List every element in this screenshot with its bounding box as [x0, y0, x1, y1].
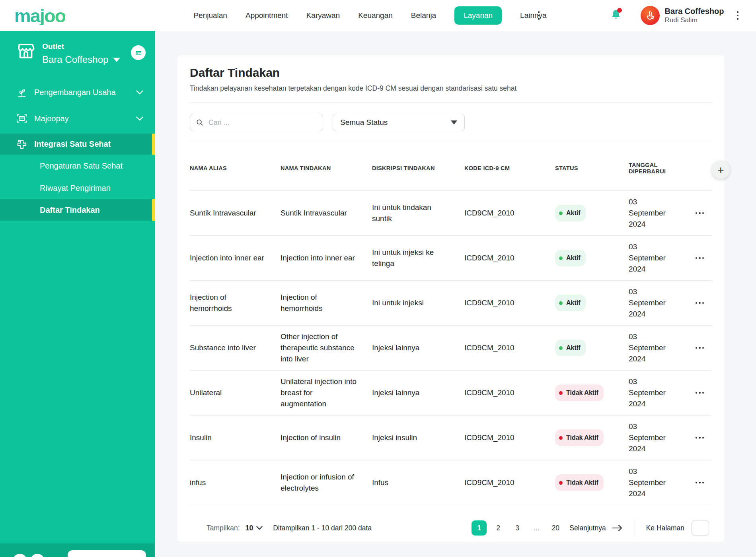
- sidebar-collapse-button[interactable]: [131, 45, 146, 60]
- cell-diskripsi: Injeksi lainnya: [372, 387, 464, 398]
- page-number-button[interactable]: 20: [548, 520, 563, 536]
- cell-nama-tindakan: Injection or infusion of electrolytes: [281, 472, 372, 494]
- sidebar-item-integrasi-satu-sehat[interactable]: Integrasi Satu Sehat: [0, 134, 155, 155]
- status-dot-icon: [559, 301, 563, 305]
- status-filter-dropdown[interactable]: Semua Status: [333, 114, 465, 131]
- cell-tanggal: 03 September 2024: [629, 376, 687, 410]
- user-name: Bara Coffeshop: [665, 6, 724, 16]
- cell-diskripsi: Ini untuk injeksi: [372, 297, 464, 309]
- row-actions-menu-icon[interactable]: [687, 300, 712, 307]
- cell-tanggal: 03 September 2024: [629, 421, 687, 454]
- sidebar-subitem-label: Pengaturan Satu Sehat: [40, 161, 123, 171]
- status-dot-icon: [559, 346, 563, 350]
- table-row: Injection of hemorrhoids Injection of he…: [190, 281, 712, 326]
- status-badge: Tidak Aktif: [555, 474, 604, 491]
- sidebar-subitem-riwayat-pengiriman[interactable]: Riwayat Pengiriman: [0, 177, 155, 199]
- table-column-header: DISKRIPSI TINDAKAN: [372, 165, 464, 171]
- cell-status: Aktif: [555, 295, 629, 311]
- chevron-down-icon: [136, 116, 143, 121]
- coffee-flame-icon: [644, 10, 656, 21]
- status-dot-icon: [559, 391, 563, 395]
- table-row: Unilateral Unilateral injection into bre…: [190, 371, 712, 415]
- cell-tanggal: 03 September 2024: [629, 331, 687, 365]
- page-number-button[interactable]: 1: [472, 520, 487, 536]
- cell-kode-icd: ICD9CM_2010: [464, 297, 555, 309]
- topnav-item[interactable]: Appointment: [246, 11, 288, 20]
- topnav-item[interactable]: Karyawan: [306, 11, 340, 20]
- user-menu-kebab-icon[interactable]: [735, 10, 740, 21]
- collapse-menu-icon: [134, 49, 142, 57]
- cell-diskripsi: Ini untuk injeksi ke telinga: [372, 247, 464, 269]
- cell-nama-tindakan: Other injection of therapeutic substance…: [281, 331, 372, 365]
- cell-tanggal: 03 September 2024: [629, 286, 687, 320]
- avatar[interactable]: [641, 6, 660, 25]
- topnav-item[interactable]: Belanja: [411, 11, 436, 20]
- search-icon: [196, 118, 204, 127]
- sidebar-item-pengembangan-usaha[interactable]: Pengembangan Usaha: [0, 81, 155, 103]
- page-number-button[interactable]: 3: [510, 520, 525, 536]
- table-column-header: KODE ICD-9 CM: [464, 165, 555, 171]
- topnav-item[interactable]: Keuangan: [358, 11, 393, 20]
- row-actions-menu-icon[interactable]: [687, 479, 712, 486]
- next-arrow-icon[interactable]: [612, 523, 624, 533]
- more-nav-kebab-icon[interactable]: [536, 10, 542, 21]
- table-column-header: STATUS: [555, 165, 629, 171]
- topnav-item[interactable]: Lainnya: [520, 11, 547, 20]
- table-row: infus Injection or infusion of electroly…: [190, 460, 712, 505]
- topnav-item[interactable]: Layanan: [454, 6, 502, 25]
- add-column-button[interactable]: +: [712, 161, 730, 179]
- page-size-chevron-icon[interactable]: [256, 526, 263, 530]
- cell-status: Tidak Aktif: [555, 474, 629, 491]
- cell-nama-alias: Substance into liver: [190, 342, 281, 353]
- table-row: Suntik Intravascular Suntik Intravascula…: [190, 191, 712, 236]
- dropdown-caret-icon: [451, 120, 457, 124]
- row-actions-menu-icon[interactable]: [687, 435, 712, 441]
- sidebar-footer-button[interactable]: [68, 550, 146, 557]
- goto-page-label: Ke Halaman: [646, 524, 684, 532]
- main-content-card: Daftar Tindakan Tindakan pelayanan keseh…: [177, 55, 724, 542]
- cell-status: Aktif: [555, 205, 629, 221]
- cell-nama-alias: Unilateral: [190, 387, 281, 398]
- pagination-info: Ditampilkan 1 - 10 dari 200 data: [273, 524, 372, 532]
- goto-page-input[interactable]: [692, 520, 709, 536]
- page-size-value[interactable]: 10: [246, 524, 253, 532]
- cell-status: Tidak Aktif: [555, 429, 629, 446]
- notification-bell-icon[interactable]: [610, 9, 622, 22]
- search-input[interactable]: [208, 118, 317, 127]
- status-badge: Aktif: [555, 250, 586, 266]
- sidebar-item-majoopay[interactable]: Majoopay: [0, 107, 155, 130]
- cell-diskripsi: Injeksi insulin: [372, 432, 464, 443]
- outlet-caret-icon: [113, 58, 120, 62]
- topnav-item[interactable]: Penjualan: [193, 11, 227, 20]
- row-actions-menu-icon[interactable]: [687, 390, 712, 396]
- sidebar-footer-icon-1[interactable]: [13, 554, 27, 557]
- outlet-label: Outlet: [42, 42, 120, 51]
- status-badge: Tidak Aktif: [555, 429, 604, 446]
- cell-tanggal: 03 September 2024: [629, 466, 687, 499]
- row-actions-menu-icon[interactable]: [687, 255, 712, 262]
- topnav-right: Bara Coffeshop Rudi Salim: [610, 6, 740, 25]
- notification-badge: [617, 8, 622, 13]
- cell-diskripsi: Injeksi lainnya: [372, 342, 464, 353]
- table-controls: Semua Status: [190, 114, 712, 131]
- cell-kode-icd: ICD9CM_2010: [464, 477, 555, 488]
- outlet-block: Outlet Bara Coffeshop: [0, 31, 155, 65]
- row-actions-menu-icon[interactable]: [687, 210, 712, 217]
- sidebar-subitem-daftar-tindakan[interactable]: Daftar Tindakan: [0, 199, 155, 221]
- sidebar-subitem-pengaturan-satu-sehat[interactable]: Pengaturan Satu Sehat: [0, 155, 155, 177]
- user-subtitle: Rudi Salim: [665, 16, 724, 25]
- status-filter-value: Semua Status: [340, 118, 388, 127]
- user-info[interactable]: Bara Coffeshop Rudi Salim: [665, 6, 724, 25]
- next-page-button[interactable]: Selanjutnya: [569, 524, 606, 532]
- outlet-selector[interactable]: Bara Coffeshop: [42, 54, 120, 65]
- page-number-button[interactable]: 2: [491, 520, 506, 536]
- cell-diskripsi: Infus: [372, 477, 464, 488]
- page-title: Daftar Tindakan: [190, 66, 712, 80]
- table-column-header: NAMA ALIAS: [190, 165, 281, 171]
- sidebar: Outlet Bara Coffeshop Pengembangan Usaha: [0, 31, 155, 557]
- row-actions-menu-icon[interactable]: [687, 345, 712, 351]
- status-dot-icon: [559, 436, 563, 440]
- sidebar-item-label: Majoopay: [34, 114, 69, 123]
- sidebar-footer-icon-2[interactable]: [30, 554, 45, 557]
- page-buttons: 1 2 3 ... 20: [472, 520, 563, 536]
